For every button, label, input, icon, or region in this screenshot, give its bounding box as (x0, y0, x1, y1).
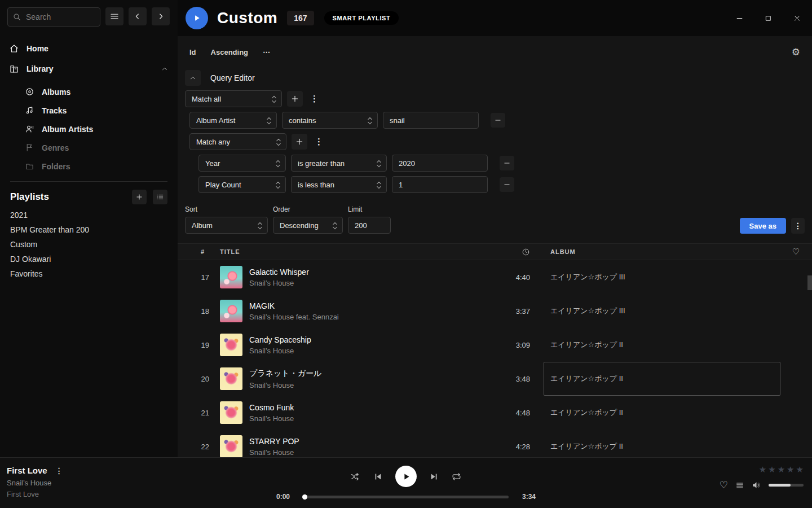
sidebar-item-album-artists[interactable]: Album Artists (0, 120, 178, 138)
order-select[interactable]: Descending (273, 217, 343, 234)
shuffle-button[interactable] (350, 471, 361, 482)
track-index: 20 (178, 375, 209, 383)
star-icon[interactable]: ★ (787, 465, 794, 475)
gear-icon[interactable]: ⚙ (792, 46, 800, 58)
plus-icon (290, 94, 299, 103)
rule-field-select[interactable]: Album Artist (189, 112, 277, 129)
track-album-cell[interactable]: エイリアン☆ポップ III (544, 260, 780, 294)
title-column-header[interactable]: TITLE (220, 248, 491, 255)
now-playing-menu-button[interactable]: ⋮ (55, 466, 63, 475)
elapsed-time: 0:00 (276, 493, 295, 501)
add-rule-button[interactable] (292, 134, 307, 150)
sort-direction-button[interactable]: Ascending (211, 48, 248, 56)
track-title: Cosmo Funk (249, 403, 491, 412)
nav-back-button[interactable] (129, 7, 147, 25)
scrollbar-thumb[interactable] (807, 275, 812, 290)
clock-icon (522, 248, 530, 256)
rule-operator-select[interactable]: contains (282, 112, 378, 129)
index-column-header[interactable]: # (178, 248, 209, 255)
rule-value-input[interactable] (392, 176, 488, 193)
album-column-header[interactable]: ALBUM (544, 248, 780, 255)
next-track-button[interactable] (429, 472, 439, 481)
playlist-list-button[interactable] (153, 190, 167, 204)
add-rule-button[interactable] (287, 91, 303, 107)
group-menu-button[interactable]: ⋮ (312, 137, 325, 147)
playlist-item[interactable]: Custom (0, 237, 178, 252)
table-row[interactable]: 21 Cosmo FunkSnail’s House 4:48 エイリアン☆ポッ… (178, 396, 812, 430)
star-icon[interactable]: ★ (796, 465, 804, 475)
track-album-cell-focused[interactable]: エイリアン☆ポップ II (544, 362, 780, 396)
play-pause-button[interactable] (395, 466, 417, 487)
sidebar-item-library[interactable]: Library (0, 59, 178, 79)
favorite-column-header[interactable]: ♡ (780, 247, 812, 257)
playlist-item[interactable]: Favorites (0, 266, 178, 281)
rule-operator-select[interactable]: is less than (291, 176, 387, 193)
save-menu-button[interactable]: ⋮ (791, 218, 805, 234)
playlist-item[interactable]: BPM Greater than 200 (0, 222, 178, 237)
maximize-button[interactable] (762, 12, 775, 25)
table-row[interactable]: 20 プラネット・ガールSnail’s House 3:48 エイリアン☆ポップ… (178, 362, 812, 396)
star-icon[interactable]: ★ (778, 465, 785, 475)
queue-button[interactable] (735, 481, 744, 490)
minus-icon (494, 116, 502, 124)
table-row[interactable]: 22 STARRY POPSnail’s House 4:28 エイリアン☆ポッ… (178, 430, 812, 457)
table-row[interactable]: 18 MAGIKSnail’s House feat. Sennzai 3:37… (178, 294, 812, 328)
now-playing-artist[interactable]: Snail’s House (7, 479, 63, 487)
group-menu-button[interactable]: ⋮ (308, 94, 321, 104)
remove-rule-button[interactable] (500, 156, 514, 170)
rule-operator-select[interactable]: is greater than (291, 155, 387, 172)
sidebar-item-folders[interactable]: Folders (0, 157, 178, 176)
favorite-button[interactable]: ♡ (720, 480, 728, 490)
track-album-cell[interactable]: エイリアン☆ポップ II (544, 430, 780, 457)
collapse-query-editor-button[interactable] (185, 70, 201, 86)
close-button[interactable] (791, 12, 804, 25)
rule-value-input[interactable] (383, 112, 479, 129)
track-album-cell[interactable]: エイリアン☆ポップ II (544, 328, 780, 362)
remove-rule-button[interactable] (491, 113, 505, 128)
limit-input[interactable] (348, 217, 391, 234)
star-icon[interactable]: ★ (768, 465, 775, 475)
volume-button[interactable] (752, 480, 761, 490)
track-album-cell[interactable]: エイリアン☆ポップ III (544, 294, 780, 328)
playlist-item[interactable]: DJ Okawari (0, 252, 178, 266)
nav-forward-button[interactable] (152, 7, 170, 25)
playlist-item[interactable]: 2021 (0, 208, 178, 222)
play-playlist-button[interactable] (186, 7, 208, 29)
sort-select[interactable]: Album (185, 217, 268, 234)
rule-field-select[interactable]: Year (198, 155, 286, 172)
more-options-button[interactable]: ⋯ (263, 48, 270, 56)
table-row[interactable]: 19 Candy SpaceshipSnail’s House 3:09 エイリ… (178, 328, 812, 362)
now-playing-album[interactable]: First Love (7, 490, 63, 498)
remove-rule-button[interactable] (500, 177, 514, 192)
track-artist: Snail’s House (249, 279, 491, 287)
app-window: Home Library Albums Tracks Album Artists… (0, 0, 812, 508)
sidebar-item-albums[interactable]: Albums (0, 82, 178, 101)
now-playing-track[interactable]: First Love (7, 466, 47, 475)
window-controls (733, 12, 804, 25)
playlists-title: Playlists (10, 191, 49, 203)
volume-slider[interactable] (769, 484, 804, 487)
sidebar-item-label: Album Artists (42, 125, 93, 134)
sort-field-button[interactable]: Id (189, 48, 196, 56)
track-album-cell[interactable]: エイリアン☆ポップ II (544, 396, 780, 430)
match-type-select[interactable]: Match all (185, 90, 282, 107)
sidebar-item-home[interactable]: Home (0, 38, 178, 59)
minimize-button[interactable] (733, 12, 746, 25)
rule-field-select[interactable]: Play Count (198, 176, 286, 193)
seek-thumb[interactable] (302, 494, 307, 500)
repeat-button[interactable] (451, 471, 462, 482)
menu-button[interactable] (105, 7, 123, 25)
rule-value-input[interactable] (392, 155, 488, 172)
previous-track-button[interactable] (373, 472, 383, 481)
sidebar-item-tracks[interactable]: Tracks (0, 101, 178, 120)
track-cover (220, 401, 242, 424)
table-row[interactable]: 17 Galactic WhisperSnail’s House 4:40 エイ… (178, 260, 812, 294)
add-playlist-button[interactable] (132, 190, 147, 204)
chevron-up-icon[interactable] (161, 65, 169, 73)
seek-bar[interactable] (303, 496, 509, 498)
star-icon[interactable]: ★ (759, 465, 766, 475)
match-type-select[interactable]: Match any (189, 133, 286, 150)
save-as-button[interactable]: Save as (740, 218, 786, 234)
sidebar-item-genres[interactable]: Genres (0, 138, 178, 157)
duration-column-header[interactable] (491, 248, 530, 256)
